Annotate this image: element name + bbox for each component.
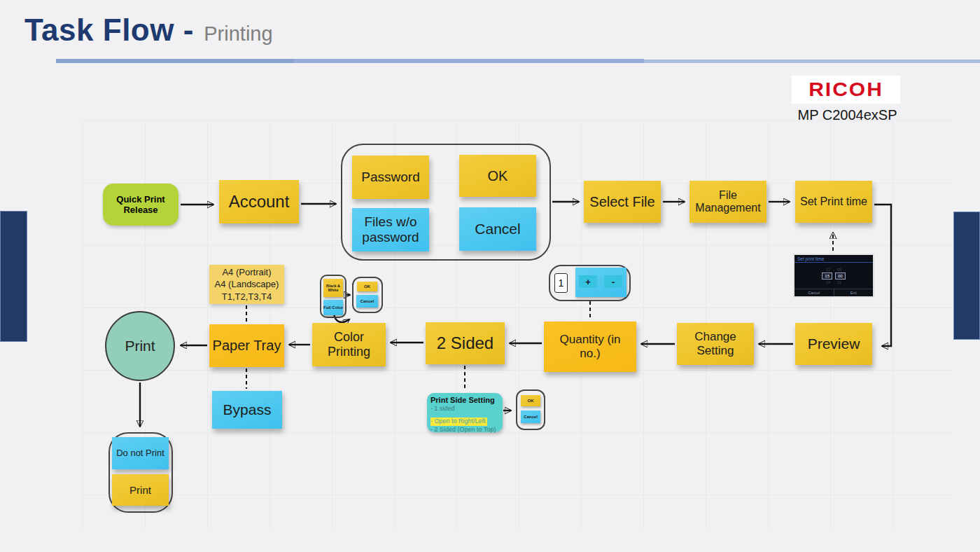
node-label: Account xyxy=(229,192,290,212)
quantity-value-box: 1 xyxy=(554,273,568,293)
node-label: Change Setting xyxy=(677,330,754,357)
mini-ok-note: OK xyxy=(521,395,540,406)
node-paper-tray: Paper Tray xyxy=(209,324,284,367)
quantity-stepper-pad: + - xyxy=(575,268,626,297)
title-underline-segment xyxy=(294,59,644,63)
slide: Task Flow - Printing RICOH MP C2004exSP xyxy=(0,0,980,552)
node-account: Account xyxy=(219,180,299,223)
time-picker: 12 59 15 00 14 01 xyxy=(794,263,873,289)
node-select-file: Select File xyxy=(584,181,661,223)
print-side-setting-note: Print Side Setting - 1 sided - Open to R… xyxy=(427,393,503,432)
set-print-time-screenshot: Set print time 12 59 15 00 14 01 Cancel … xyxy=(793,254,874,298)
node-print-terminal: Print xyxy=(105,311,175,381)
node-label: Paper Tray xyxy=(213,338,281,354)
node-quantity: Quantity (in no.) xyxy=(544,322,636,372)
node-label: Bypass xyxy=(223,401,272,418)
node-two-sided: 2 Sided xyxy=(426,322,505,364)
node-label: Set Print time xyxy=(800,195,867,208)
node-password: Password xyxy=(352,156,429,199)
node-color-printing: Color Printing xyxy=(312,323,386,366)
node-do-not-print: Do not Print xyxy=(112,437,169,469)
page-title: Task Flow - Printing xyxy=(24,13,273,48)
title-underline-segment xyxy=(644,60,980,63)
node-label: Files w/o password xyxy=(352,214,429,245)
node-bypass: Bypass xyxy=(212,391,282,429)
node-label: Do not Print xyxy=(116,448,164,459)
time-row-next: 14 01 xyxy=(826,280,841,284)
minus-button: - xyxy=(604,275,622,288)
paper-size-line: T1,T2,T3,T4 xyxy=(222,291,272,303)
note-option: - 2 Sided (Open to Top) xyxy=(430,426,503,434)
node-label: 2 Sided xyxy=(437,333,493,353)
node-cancel: Cancel xyxy=(459,207,536,251)
hour-value: 15 xyxy=(822,272,832,280)
node-preview: Preview xyxy=(795,323,872,365)
mini-cancel-note: Cancel xyxy=(521,410,540,423)
node-label: Password xyxy=(361,170,419,185)
note-option-highlighted: - Open to Right/Left xyxy=(430,418,487,426)
mini-label: Full Color xyxy=(323,305,343,310)
plus-button: + xyxy=(579,275,597,288)
left-accent-bar xyxy=(0,211,27,342)
title-main: Task Flow - xyxy=(24,13,194,47)
node-label: Color Printing xyxy=(312,330,386,359)
node-quick-print-release: Quick Print Release xyxy=(103,184,178,226)
note-option: - 1 sided xyxy=(430,405,503,413)
screenshot-footer: Cancel Exit xyxy=(794,289,873,296)
screenshot-title: Set print time xyxy=(794,255,873,263)
time-row-prev: 12 59 xyxy=(826,268,841,272)
paper-size-note: A4 (Portrait) A4 (Landscape) T1,T2,T3,T4 xyxy=(209,265,284,304)
node-label: Quantity (in no.) xyxy=(555,333,625,360)
ricoh-logo: RICOH xyxy=(792,76,900,104)
mini-bw-note: Black & White xyxy=(323,279,343,297)
paper-size-line: A4 (Portrait) xyxy=(222,266,271,279)
title-subtitle: Printing xyxy=(204,22,272,45)
right-accent-bar xyxy=(953,212,980,340)
node-label: Print xyxy=(130,484,151,496)
exit-button: Exit xyxy=(834,289,874,296)
note-title: Print Side Setting xyxy=(430,396,503,405)
node-label: File Management xyxy=(690,189,766,215)
title-underline-segment xyxy=(56,59,294,63)
node-files-wo-password: Files w/o password xyxy=(352,208,429,251)
minute-value: 00 xyxy=(835,272,846,280)
node-label: Print xyxy=(125,338,155,354)
time-row-selected: 15 00 xyxy=(822,272,845,280)
prev-hour: 12 xyxy=(826,268,830,272)
node-label: OK xyxy=(488,168,508,184)
ricoh-logo-text: RICOH xyxy=(808,78,883,100)
paper-size-line: A4 (Landscape) xyxy=(215,278,279,291)
node-label: Quick Print Release xyxy=(103,194,178,215)
node-print-final: Print xyxy=(112,474,169,506)
mini-ok-note: OK xyxy=(357,282,377,291)
node-ok: OK xyxy=(459,155,536,197)
next-minute: 01 xyxy=(837,280,841,284)
node-label: Cancel xyxy=(475,221,520,237)
mini-cancel-note: Cancel xyxy=(356,295,378,308)
prev-minute: 59 xyxy=(837,268,841,272)
node-change-setting: Change Setting xyxy=(677,323,754,365)
node-file-management: File Management xyxy=(690,181,766,223)
node-label: Preview xyxy=(808,336,860,352)
mini-full-color-note: Full Color xyxy=(323,300,343,315)
cancel-button: Cancel xyxy=(794,289,834,296)
mini-label: Black & White xyxy=(323,284,343,293)
node-label: Select File xyxy=(589,194,654,210)
node-set-print-time: Set Print time xyxy=(795,181,872,223)
next-hour: 14 xyxy=(826,280,830,284)
